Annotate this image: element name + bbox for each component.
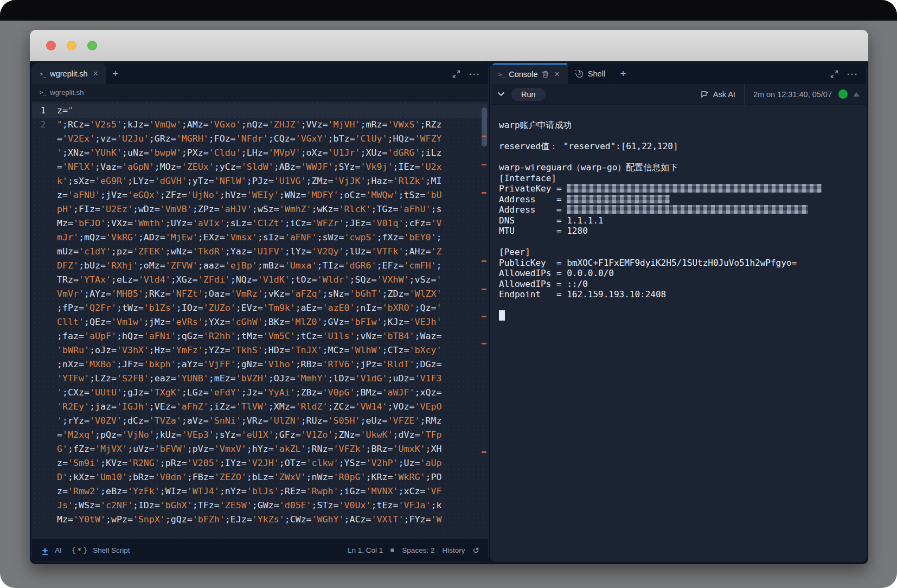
language-badge[interactable]: {*} [72,546,87,554]
line-number [32,259,57,273]
history-icon[interactable]: ↺ [472,546,479,555]
new-tab-button[interactable]: + [106,63,125,84]
code-line: D';kXz='Um10';bRz='V0dn';FBz='ZEZO';bLz=… [32,470,488,484]
code-line: ;fPz='Q2Fr';tWz='b1Zs';IOz='ZUZo';EVz='T… [32,301,488,315]
console-line: PrivateKey = [499,183,866,194]
ask-ai-label: Ask AI [713,90,735,99]
console-line: AllowedIPs = 0.0.0.0/0 [499,268,866,279]
scrollbar-mark [482,136,486,137]
code-line: 'bWRu';oJz='V3hX';Hz='YmFz';YZz='TkhS';H… [32,343,488,357]
code-line: Mz='bFJO';VXz='Wmth';UYz='aVIx';sLz='ClZ… [32,216,488,231]
scrollbar-mark [482,192,486,194]
console-toolbar: Run Ask AI 2m on 12:31:40, 05/07 [491,84,866,105]
line-number [32,513,57,527]
console-tabbar: >_ Console × Shell + [491,63,866,84]
console-text: Address = [499,194,567,204]
line-number [32,132,57,146]
ask-ai-button[interactable]: Ask AI [701,90,744,99]
zoom-window-button[interactable] [87,41,97,50]
line-number [32,273,57,287]
terminal-cursor [499,310,505,321]
code-text: z='Sm9i';KVz='R2NG';pRz='V205';IYz='V2JH… [57,456,441,470]
minimize-window-button[interactable] [67,41,76,50]
line-number [32,428,57,442]
spaces-indicator[interactable]: Spaces: 2 [402,546,434,554]
macos-window: >_ wgreplit.sh × + ··· >_ wgre [30,30,868,564]
code-text: Cllt';QEz='Vm1w';jMz='eVRs';YXz='cGhW';B… [57,315,441,329]
window-titlebar[interactable] [30,30,868,61]
console-text: Address = [499,204,567,215]
pane-menu-icon[interactable]: ··· [847,69,858,79]
code-text: mUz='c1dY';pz='ZFEK';wNz='TkdR';Yaz='U1F… [57,245,441,259]
code-editor[interactable]: 1z="2";RCz='V2s5';kJz='VmQw';AMz='VGxo';… [32,101,488,539]
session-info[interactable]: 2m on 12:31:40, 05/07 [744,84,848,105]
tab-shell[interactable]: Shell [567,63,613,84]
scrollbar-mark [482,289,486,290]
console-line: DNS = 1.1.1.1 [499,215,866,226]
ai-label[interactable]: AI [55,546,62,554]
line-number [32,357,57,372]
asterisk-icon: * [78,546,82,554]
line-number [32,470,57,484]
code-text: pH';FIz='U2Ez';wDz='VmVB';ZPz='aHJV';wSz… [57,202,441,216]
ai-icon[interactable] [41,546,49,555]
scroll-up-icon[interactable] [853,92,860,97]
terminal-prompt-icon: >_ [498,71,504,78]
code-line: ='NFlX';Vaz='aGpN';MOz='ZEUx';yCz='SldW'… [32,160,488,174]
editor-pane: >_ wgreplit.sh × + ··· >_ wgre [32,63,488,561]
code-line: 1z=" [32,104,488,118]
code-text: ='NFlX';Vaz='aGpN';MOz='ZEUx';yCz='SldW'… [57,160,441,174]
expand-pane-icon[interactable] [830,70,838,78]
shell-tab-label: Shell [588,69,605,78]
code-line: z='Sm9i';KVz='R2NG';pRz='V205';IYz='V2JH… [32,456,488,470]
trash-icon[interactable] [542,71,549,78]
code-line: DFZ';bUz='RXhj';oMz='ZFVW';aaz='ejBp';mB… [32,259,488,273]
code-line: ='M2xq';pQz='VjNo';kUz='VEp3';sYz='eU1X'… [32,428,488,442]
tab-wgreplit-sh[interactable]: >_ wgreplit.sh × [32,63,106,84]
code-text: TRz='YTAx';eLz='Vld4';XGz='ZFdi';NQz='V1… [57,273,441,287]
code-text: z='Rmw2';eBz='YzFk';WIz='WTJ4';nYz='blJs… [57,484,441,498]
editor-tab-label: wgreplit.sh [50,69,87,78]
code-text: DFZ';bUz='RXhj';oMz='ZFVW';aaz='ejBp';mB… [57,259,441,273]
history-label[interactable]: History [442,546,465,554]
new-tab-button[interactable]: + [613,63,633,84]
separator-dot [390,548,394,552]
console-text: PrivateKey = [499,183,567,194]
console-text: warp账户申请成功 [499,120,572,130]
code-text: 'YTFw';LZz='S2FB';eaz='YUNB';mEz='bVZH';… [57,372,441,386]
close-window-button[interactable] [46,41,56,50]
editor-scrollbar[interactable] [480,103,488,536]
close-tab-icon[interactable]: × [93,69,98,79]
code-text: Js';WSz='c2NF';IDz='bGhX';TFz='ZE5W';GWz… [57,498,441,513]
editor-tabbar: >_ wgreplit.sh × + ··· [32,63,488,84]
code-line: Mz='Y0tW';wPz='SnpX';gQz='bFZh';EJz='YkZ… [32,513,488,527]
run-button[interactable]: Run [511,88,546,101]
breadcrumb[interactable]: >_ wgreplit.sh [32,84,488,101]
close-tab-icon[interactable]: × [554,69,559,79]
console-line: Endpoint = 162.159.193.10:2408 [499,289,866,300]
line-number [32,245,57,259]
code-line: ';rYz='V0ZV';dCz='TVZa';aVz='SnNi';VRz='… [32,414,488,428]
code-text: Mz='Y0tW';wPz='SnpX';gQz='bFZh';EJz='YkZ… [57,513,441,527]
line-number [32,315,57,329]
code-text: ='V2Ex';vz='U2Ju';GRz='MGRH';FOz='NFdr';… [57,132,441,146]
ask-ai-icon [701,90,709,98]
redacted-value [567,184,822,193]
code-line: ='V2Ex';vz='U2Ju';GRz='MGRH';FOz='NFdr';… [32,132,488,146]
chevron-down-icon[interactable] [497,92,505,97]
cursor-position[interactable]: Ln 1, Col 1 [348,546,383,554]
code-text: VmVr';AYz='MHB5';RKz='NFZt';Oaz='VmRz';v… [57,287,441,301]
console-output[interactable]: warp账户申请成功reserved值： "reserved":[61,22,1… [491,105,866,561]
console-line: Address = [499,194,866,205]
expand-pane-icon[interactable] [452,70,460,78]
tab-console[interactable]: >_ Console × [491,63,567,84]
terminal-prompt-icon: >_ [40,89,46,96]
code-line: k';sXz='eG9R';LYz='dGVH';yTz='NFlW';PJz=… [32,174,488,188]
pane-menu-icon[interactable]: ··· [469,69,480,79]
code-line: 'R2Ey';jaz='IGJh';VEz='aFhZ';iZz='TlVW';… [32,400,488,414]
code-line: 2";RCz='V2s5';kJz='VmQw';AMz='VGxo';nQz=… [32,118,488,132]
code-text: ;faz='aUpF';hQz='aFNi';qGz='R2hh';tMz='V… [57,329,441,343]
console-line [499,310,866,321]
code-text: ';XNz='YUhK';uNz='bwpW';PXz='Cldu';LHz='… [57,146,441,160]
scrollbar-thumb[interactable] [482,107,487,146]
